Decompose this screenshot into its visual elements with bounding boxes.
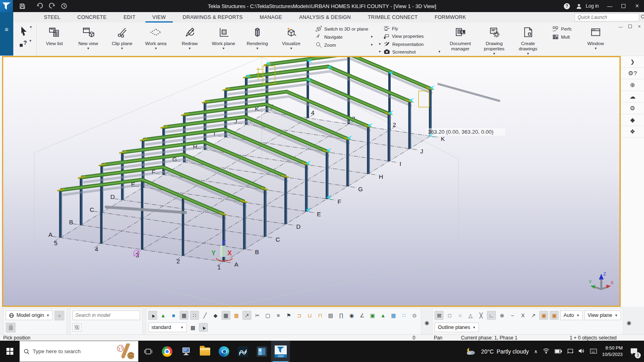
quick-launch-input[interactable]	[578, 14, 641, 20]
help-icon[interactable]: ?	[561, 0, 573, 12]
ribbon-close-icon[interactable]: ×	[638, 23, 641, 29]
select-line-icon[interactable]: ╱	[201, 311, 209, 320]
new-view-button[interactable]: New view▼	[71, 23, 105, 56]
selection-visibility-eye-icon[interactable]: ◉	[425, 320, 429, 326]
snap-depth-icon[interactable]: ▣	[550, 311, 559, 320]
keyboard-icon[interactable]	[590, 348, 597, 355]
close-button[interactable]: ×	[630, 0, 644, 12]
tab-edit[interactable]: EDIT	[115, 12, 144, 23]
select-fittings-icon[interactable]: ≡	[274, 311, 283, 320]
select-surfaces-icon[interactable]: ▣	[368, 311, 377, 320]
weather-icon[interactable]	[466, 347, 476, 356]
navigate-button[interactable]: Navigate▼	[311, 33, 373, 41]
task-view-icon[interactable]	[139, 341, 157, 362]
taskbar-search[interactable]: Type here to search	[19, 341, 139, 362]
quick-launch[interactable]	[575, 13, 639, 21]
tab-concrete[interactable]: CONCRETE	[69, 12, 115, 23]
restore-button[interactable]	[617, 0, 630, 12]
snap-reference-icon[interactable]: X	[518, 311, 527, 320]
select-moves-icon[interactable]: ↗	[242, 311, 251, 320]
mult-button[interactable]: Mult	[547, 33, 576, 41]
select-marks-icon[interactable]: ⚑	[284, 311, 293, 320]
3d-model-view[interactable]: AABBCCDDEEFFGGHHIIJJKK122334455ZYX363.20…	[3, 57, 619, 306]
fly-button[interactable]: Fly	[378, 25, 441, 32]
create-drawings-button[interactable]: Create drawings▼	[511, 23, 545, 56]
select-part-cube-icon[interactable]: ◆	[211, 311, 220, 320]
zoom-button[interactable]: Zoom▼	[311, 41, 373, 49]
screenshot-button[interactable]: ▼Screenshot▼	[378, 48, 441, 56]
visualize-button[interactable]: Visualize▼	[274, 23, 308, 56]
redraw-button[interactable]: Redraw▼	[173, 23, 207, 56]
select-area-icon[interactable]: ■	[169, 311, 178, 320]
redo-icon[interactable]	[46, 0, 58, 12]
drawing-properties-button[interactable]: Drawing properties▼	[477, 23, 511, 56]
select-angle-icon[interactable]: ∠	[358, 311, 367, 320]
clip-plane-button[interactable]: Clip plane▼	[105, 23, 139, 56]
action-center-icon[interactable]: 3	[628, 345, 640, 358]
snap-midpoint-icon[interactable]: △	[466, 311, 475, 320]
collapse-chevron-icon[interactable]: ❯	[621, 56, 644, 68]
snap-auto-dropdown[interactable]: Auto▼	[560, 310, 583, 320]
tekla-app-icon[interactable]	[233, 341, 252, 362]
select-joint-1-icon[interactable]: ⊐	[295, 311, 304, 320]
select-grid-icon[interactable]: ▦	[180, 311, 188, 320]
weather-desc[interactable]: Partly cloudy	[497, 348, 529, 355]
representation-button[interactable]: ▼Representation	[378, 41, 441, 48]
perfc-button[interactable]: Perfc	[547, 25, 576, 33]
remote-desktop-icon[interactable]	[176, 341, 195, 362]
rendering-button[interactable]: Rendering▼	[240, 23, 274, 56]
snap-endpoint-icon[interactable]: □	[445, 311, 454, 320]
model-origin-dropdown[interactable]: Model origin▼	[6, 310, 53, 320]
select-assemblies-icon[interactable]: ∷	[400, 311, 408, 320]
select-tool[interactable]: ▼	[19, 26, 33, 36]
login-button[interactable]: Log in	[586, 3, 599, 9]
tab-formwork[interactable]: FORMWORK	[426, 12, 474, 23]
photos-icon[interactable]	[252, 341, 271, 362]
select-grid-planes-icon[interactable]: ▦	[232, 311, 241, 320]
ribbon-minimize-icon[interactable]: —	[618, 24, 623, 29]
settings-gear-icon[interactable]: ⚙	[621, 103, 644, 114]
edge-icon[interactable]	[214, 341, 233, 362]
taskbar-clock[interactable]: 8:50 PM 10/5/2023	[602, 345, 623, 358]
tab-analysis-design[interactable]: ANALYSIS & DESIGN	[291, 12, 360, 23]
select-welds-icon[interactable]: ∏	[337, 311, 346, 320]
switch-to-d-or-plane-button[interactable]: Switch to 3D or plane	[311, 25, 373, 33]
history-icon[interactable]	[58, 0, 70, 12]
save-icon[interactable]	[16, 0, 28, 12]
select-loads-icon[interactable]: ▲	[379, 311, 387, 320]
saved-search-button[interactable]	[72, 323, 81, 331]
snap-center-icon[interactable]: ○	[456, 311, 464, 320]
ribbon-restore-icon[interactable]	[628, 24, 632, 29]
cloud-icon[interactable]: ☁	[621, 91, 644, 103]
battery-icon[interactable]	[555, 348, 562, 355]
select-parts-icon[interactable]: ▲	[159, 311, 168, 320]
document-manager-button[interactable]: Document manager	[443, 23, 477, 56]
delete-button[interactable]	[6, 323, 16, 333]
undo-icon[interactable]	[34, 0, 46, 12]
tray-chevron-icon[interactable]: ∧	[534, 349, 538, 354]
select-grid-lines-icon[interactable]: ▦	[222, 311, 230, 320]
file-explorer-icon[interactable]	[195, 341, 214, 362]
model-search-input[interactable]	[75, 312, 139, 318]
view-list-button[interactable]: View list	[37, 23, 71, 56]
window-button[interactable]: Window▼	[579, 23, 613, 56]
speaker-icon[interactable]	[579, 348, 585, 355]
tab-trimble-connect[interactable]: TRIMBLE CONNECT	[359, 12, 426, 23]
select-components-icon[interactable]: ▦	[389, 311, 398, 320]
snap-intersection-icon[interactable]: ╳	[476, 311, 485, 320]
minimize-button[interactable]: —	[603, 0, 617, 12]
view-plane-dropdown[interactable]: View plane▼	[584, 310, 621, 320]
weather-temp[interactable]: 20°C	[481, 348, 494, 355]
work-plane-button[interactable]: Work plane▼	[207, 23, 240, 56]
support-gear-question-icon[interactable]: ⚙?	[621, 68, 644, 79]
work-area-button[interactable]: Work area▼	[139, 23, 173, 56]
components-shapes-icon[interactable]: ❖	[621, 126, 644, 138]
snap-extension-icon[interactable]: ↗	[529, 311, 538, 320]
hamburger-menu-icon[interactable]: ≡	[0, 23, 13, 56]
snap-line-icon[interactable]: ~	[508, 311, 517, 320]
snap-off-icon[interactable]: ⊗	[497, 311, 506, 320]
select-bolts-icon[interactable]: ◉	[347, 311, 356, 320]
snap-grid-toggle-icon[interactable]: ▩	[188, 323, 197, 332]
tab-manage[interactable]: MANAGE	[251, 12, 291, 23]
wifi-icon[interactable]	[543, 348, 549, 355]
